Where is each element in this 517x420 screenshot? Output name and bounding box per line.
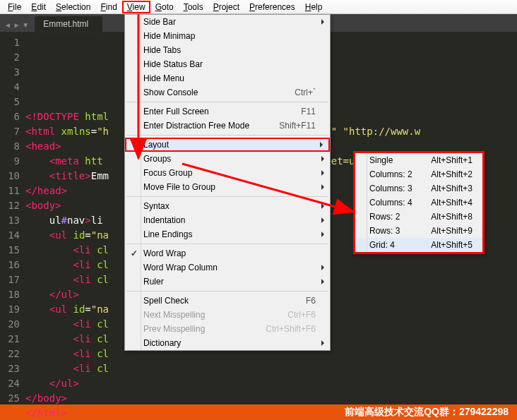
menu-item-layout[interactable]: Layout — [125, 138, 330, 152]
submenu-arrow-icon — [320, 142, 323, 148]
menu-item-syntax[interactable]: Syntax — [125, 199, 330, 213]
submenu-arrow-icon — [321, 170, 324, 176]
submenu-arrow-icon — [321, 156, 324, 162]
layout-rows-3[interactable]: Rows: 3Alt+Shift+9 — [355, 224, 482, 238]
menu-item-word-wrap-column[interactable]: Word Wrap Column — [125, 260, 330, 275]
menu-item-groups[interactable]: Groups — [125, 152, 330, 166]
menu-item-focus-group[interactable]: Focus Group — [125, 166, 330, 180]
layout-columns-2[interactable]: Columns: 2Alt+Shift+2 — [355, 167, 482, 181]
menu-item-hide-menu[interactable]: Hide Menu — [125, 71, 330, 85]
submenu-arrow-icon — [321, 265, 324, 270]
submenu-arrow-icon — [321, 340, 324, 346]
menu-selection[interactable]: Selection — [51, 1, 95, 13]
submenu-arrow-icon — [321, 232, 324, 237]
menu-item-ruler[interactable]: Ruler — [125, 275, 330, 289]
file-tab[interactable]: Emmet.html — [35, 16, 102, 32]
layout-single[interactable]: SingleAlt+Shift+1 — [355, 153, 482, 167]
menu-project[interactable]: Project — [208, 1, 244, 13]
menu-item-line-endings[interactable]: Line Endings — [125, 227, 330, 241]
layout-submenu: SingleAlt+Shift+1Columns: 2Alt+Shift+2Co… — [353, 151, 485, 254]
menu-item-hide-minimap[interactable]: Hide Minimap — [125, 29, 330, 43]
menu-item-prev-misspelling: Prev MisspellingCtrl+Shift+F6 — [125, 322, 330, 336]
submenu-arrow-icon — [321, 203, 324, 209]
tab-nav-icons[interactable]: ◄ ► ▼ — [4, 21, 29, 32]
menubar: FileEditSelectionFindViewGotoToolsProjec… — [0, 0, 517, 14]
menu-item-indentation[interactable]: Indentation — [125, 213, 330, 227]
menu-item-word-wrap[interactable]: ✓Word Wrap — [125, 246, 330, 260]
submenu-arrow-icon — [321, 217, 324, 223]
menu-goto[interactable]: Goto — [150, 1, 179, 13]
tab-label: Emmet.html — [43, 19, 88, 29]
layout-grid-4[interactable]: Grid: 4Alt+Shift+5 — [355, 238, 482, 252]
menu-item-move-file-to-group[interactable]: Move File to Group — [125, 180, 330, 194]
menu-edit[interactable]: Edit — [26, 1, 51, 13]
line-gutter: 1234567891011121314151617181920212223242… — [0, 32, 25, 407]
menu-item-show-console[interactable]: Show ConsoleCtrl+` — [125, 85, 330, 100]
menu-item-enter-full-screen[interactable]: Enter Full ScreenF11 — [125, 104, 330, 119]
menu-find[interactable]: Find — [95, 1, 121, 13]
menu-tools[interactable]: Tools — [179, 1, 208, 13]
menu-file[interactable]: File — [3, 1, 26, 13]
layout-rows-2[interactable]: Rows: 2Alt+Shift+8 — [355, 210, 482, 224]
check-icon: ✓ — [131, 248, 138, 258]
submenu-arrow-icon — [321, 184, 324, 190]
layout-columns-4[interactable]: Columns: 4Alt+Shift+4 — [355, 196, 482, 210]
menu-item-next-misspelling: Next MisspellingCtrl+F6 — [125, 308, 330, 322]
submenu-arrow-icon — [321, 19, 324, 25]
submenu-arrow-icon — [321, 279, 324, 284]
menu-item-hide-status-bar[interactable]: Hide Status Bar — [125, 57, 330, 71]
menu-item-enter-distraction-free-mode[interactable]: Enter Distraction Free ModeShift+F11 — [125, 119, 330, 133]
menu-item-spell-check[interactable]: Spell CheckF6 — [125, 294, 330, 308]
menu-help[interactable]: Help — [300, 1, 328, 13]
menu-item-side-bar[interactable]: Side Bar — [125, 15, 330, 29]
menu-preferences[interactable]: Preferences — [244, 1, 300, 13]
view-dropdown-menu: Side BarHide MinimapHide TabsHide Status… — [124, 14, 331, 351]
menu-item-hide-tabs[interactable]: Hide Tabs — [125, 43, 330, 57]
menu-item-dictionary[interactable]: Dictionary — [125, 336, 330, 350]
menu-view[interactable]: View — [122, 1, 150, 13]
layout-columns-3[interactable]: Columns: 3Alt+Shift+3 — [355, 181, 482, 196]
